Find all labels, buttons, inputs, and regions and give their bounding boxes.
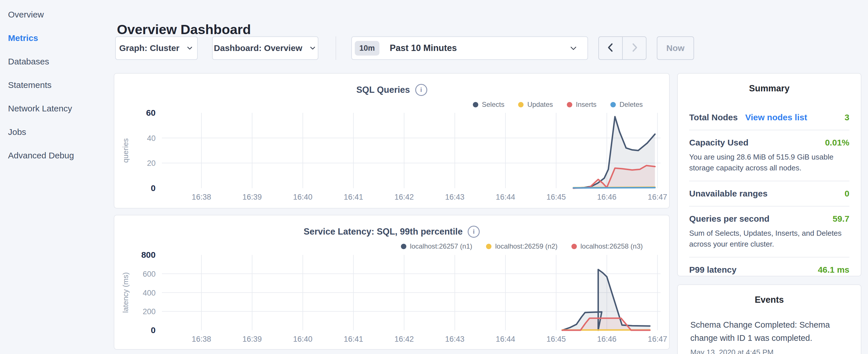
x-tick-label: 16:43 — [445, 335, 465, 344]
chevron-down-icon — [186, 44, 194, 52]
x-tick-label: 16:45 — [547, 193, 566, 201]
service-latency-card: Service Latency: SQL, 99th percentile i … — [114, 215, 670, 350]
sql-queries-chart[interactable]: 16:3816:3916:4016:4116:4216:4316:4416:45… — [114, 74, 670, 209]
time-range-badge: 10m — [355, 41, 379, 56]
sidebar-item-jobs[interactable]: Jobs — [0, 120, 114, 144]
dashboard-dropdown[interactable]: Dashboard: Overview — [212, 36, 318, 60]
y-tick-label: 0 — [151, 183, 156, 193]
x-tick-label: 16:38 — [192, 335, 211, 344]
y-tick-label: 400 — [143, 289, 156, 297]
x-tick-label: 16:44 — [496, 193, 515, 201]
y-axis-label: queries — [121, 138, 130, 163]
x-tick-label: 16:43 — [445, 193, 465, 201]
summary-row: Total NodesView nodes list3 — [689, 105, 849, 130]
summary-row-value: 0.01% — [825, 138, 849, 148]
x-tick-label: 16:46 — [597, 335, 617, 344]
summary-row-value: 59.7 — [833, 214, 849, 224]
x-tick-label: 16:46 — [597, 193, 617, 201]
y-tick-label: 200 — [143, 307, 156, 316]
sql-queries-card: SQL Queries i SelectsUpdatesInsertsDelet… — [114, 73, 670, 208]
graph-dropdown[interactable]: Graph: Cluster — [115, 36, 198, 60]
y-tick-label: 800 — [141, 250, 156, 259]
event-text: Schema Change Completed: Schema change w… — [690, 318, 848, 345]
summary-row-head: Unavailable ranges0 — [689, 189, 849, 198]
summary-row-value: 46.1 ms — [818, 265, 849, 275]
summary-row-label: Capacity Used — [689, 138, 748, 148]
events-title: Events — [678, 295, 861, 305]
series-line — [574, 188, 655, 188]
summary-row-head: Capacity Used0.01% — [689, 138, 849, 148]
now-button[interactable]: Now — [657, 36, 694, 60]
sidebar-item-network-latency[interactable]: Network Latency — [0, 97, 114, 120]
sidebar-item-databases[interactable]: Databases — [0, 50, 114, 73]
chevron-left-icon — [604, 41, 617, 55]
view-nodes-link[interactable]: View nodes list — [745, 112, 807, 122]
x-tick-label: 16:40 — [293, 335, 313, 344]
sidebar-item-overview[interactable]: Overview — [0, 3, 114, 26]
event-item[interactable]: Schema Change Completed: Schema change w… — [690, 318, 848, 354]
page-title: Overview Dashboard — [117, 22, 251, 37]
y-tick-label: 20 — [147, 159, 156, 167]
time-step-buttons — [598, 36, 647, 60]
dashboard-dropdown-label: Dashboard: Overview — [214, 43, 302, 53]
x-tick-label: 16:39 — [242, 193, 262, 201]
sidebar: OverviewMetricsDatabasesStatementsNetwor… — [0, 0, 114, 354]
summary-row: P99 latency46.1 ms — [689, 257, 849, 282]
sidebar-item-statements[interactable]: Statements — [0, 73, 114, 97]
summary-row-label: Total Nodes — [689, 112, 738, 122]
summary-row: Queries per second59.7Sum of Selects, Up… — [689, 206, 849, 257]
x-tick-label: 16:41 — [344, 193, 363, 201]
summary-rows: Total NodesView nodes list3Capacity Used… — [689, 105, 849, 282]
graph-dropdown-label: Graph: Cluster — [119, 43, 179, 53]
chevron-down-icon — [568, 43, 578, 53]
summary-row-description: You are using 28.6 MiB of 515.9 GiB usab… — [689, 152, 849, 173]
summary-row-head: Total NodesView nodes list3 — [689, 112, 849, 122]
time-range-label: Past 10 Minutes — [390, 43, 457, 53]
sidebar-item-metrics[interactable]: Metrics — [0, 26, 114, 50]
chevron-down-icon — [309, 44, 317, 52]
x-tick-label: 16:45 — [547, 335, 566, 344]
y-tick-label: 600 — [143, 270, 156, 279]
previous-time-button[interactable] — [599, 37, 623, 59]
header-divider — [336, 36, 336, 60]
summary-row: Unavailable ranges0 — [689, 181, 849, 206]
x-tick-label: 16:47 — [648, 335, 668, 344]
summary-row: Capacity Used0.01%You are using 28.6 MiB… — [689, 130, 849, 181]
summary-row-label: Queries per second — [689, 214, 769, 224]
sidebar-item-advanced-debug[interactable]: Advanced Debug — [0, 144, 114, 167]
summary-row-value: 0 — [844, 189, 849, 198]
x-tick-label: 16:44 — [496, 335, 515, 344]
summary-panel: Summary Total NodesView nodes list3Capac… — [677, 73, 861, 277]
x-tick-label: 16:40 — [293, 193, 313, 201]
service-latency-chart[interactable]: 16:3816:3916:4016:4116:4216:4316:4416:45… — [114, 215, 670, 350]
summary-title: Summary — [678, 83, 861, 94]
next-time-button[interactable] — [623, 37, 646, 59]
y-tick-label: 40 — [147, 134, 156, 142]
x-tick-label: 16:38 — [192, 193, 211, 201]
events-list: Schema Change Completed: Schema change w… — [678, 318, 861, 354]
summary-row-label: Unavailable ranges — [689, 189, 767, 198]
y-axis-label: latency (ms) — [121, 272, 130, 313]
event-timestamp: May 13, 2020 at 4:45 PM — [690, 348, 848, 354]
x-tick-label: 16:39 — [242, 335, 262, 344]
time-range-dropdown[interactable]: 10m Past 10 Minutes — [351, 36, 588, 60]
summary-row-value: 3 — [844, 112, 849, 122]
summary-row-description: Sum of Selects, Updates, Inserts, and De… — [689, 228, 849, 250]
summary-row-head: P99 latency46.1 ms — [689, 265, 849, 275]
x-tick-label: 16:42 — [394, 193, 414, 201]
summary-row-label: P99 latency — [689, 265, 737, 275]
y-tick-label: 60 — [146, 108, 156, 118]
y-tick-label: 0 — [151, 325, 156, 335]
x-tick-label: 16:42 — [394, 335, 414, 344]
chevron-right-icon — [628, 41, 641, 55]
events-panel: Events Schema Change Completed: Schema c… — [677, 284, 861, 354]
x-tick-label: 16:47 — [648, 193, 668, 201]
x-tick-label: 16:41 — [344, 335, 363, 344]
summary-row-head: Queries per second59.7 — [689, 214, 849, 224]
